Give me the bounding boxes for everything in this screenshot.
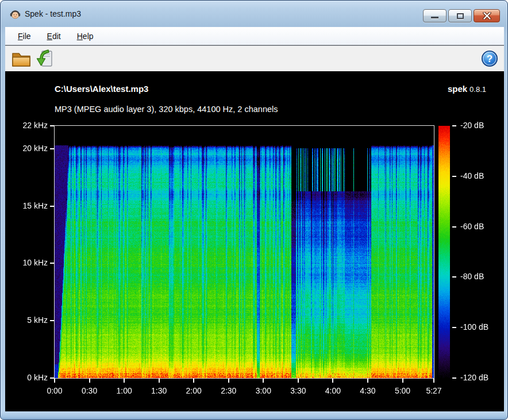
y-axis-tick	[50, 377, 54, 379]
x-axis-tick	[263, 379, 264, 383]
colorbar-label: -40 dB	[460, 171, 506, 180]
x-axis-tick	[367, 379, 368, 383]
colorbar-tick	[452, 125, 456, 126]
minimize-icon	[431, 17, 438, 18]
menu-help[interactable]: Help	[72, 29, 98, 43]
colorbar-tick	[452, 226, 456, 228]
x-axis-label: 3:30	[284, 386, 313, 395]
spectrogram-panel: C:\Users\Alex\test.mp3 spek0.8.1 MP3 (MP…	[5, 71, 504, 411]
help-button[interactable]: ?	[480, 49, 499, 68]
window-title: Spek - test.mp3	[25, 9, 81, 18]
menu-edit[interactable]: Edit	[43, 29, 66, 43]
x-axis-label: 3:00	[249, 386, 278, 395]
x-axis-label: 4:00	[318, 386, 347, 395]
x-axis-label: 0:00	[40, 386, 69, 395]
x-axis-label: 1:00	[110, 386, 138, 395]
colorbar-label: -60 dB	[460, 222, 506, 231]
maximize-button[interactable]	[448, 9, 472, 22]
save-icon	[34, 49, 54, 68]
colorbar-tick	[452, 377, 456, 379]
x-axis-label: 2:30	[214, 386, 243, 395]
x-axis-tick	[193, 379, 194, 383]
minimize-button[interactable]	[423, 9, 447, 22]
close-button[interactable]	[474, 9, 500, 22]
colorbar-label: -120 dB	[460, 373, 506, 382]
x-axis-tick	[332, 379, 333, 383]
y-axis-label: 22 kHz	[13, 121, 48, 130]
x-axis-label: 1:30	[145, 386, 174, 395]
y-axis-tick	[50, 263, 54, 264]
window-controls	[423, 9, 500, 22]
y-axis-tick	[50, 148, 54, 149]
y-axis-label: 10 kHz	[13, 258, 48, 267]
colorbar-label: -100 dB	[460, 322, 506, 332]
menu-bar: File Edit Help	[5, 27, 504, 45]
colorbar-label: -80 dB	[460, 272, 506, 281]
x-axis-tick	[228, 379, 229, 383]
colorbar-tick	[452, 176, 456, 177]
x-axis-label: 4:30	[353, 386, 382, 395]
svg-text:?: ?	[487, 53, 492, 64]
x-axis-tick	[402, 379, 403, 383]
x-axis-label: 2:00	[179, 386, 208, 395]
colorbar-label: -20 dB	[460, 121, 506, 130]
colorbar-tick	[452, 276, 456, 278]
x-axis-label: 5:27	[420, 386, 448, 395]
x-axis-tick	[89, 379, 90, 383]
colorbar-tick	[452, 327, 456, 328]
y-axis-label: 0 kHz	[13, 373, 48, 382]
x-axis-tick	[159, 379, 160, 383]
toolbar: ?	[5, 45, 504, 71]
close-icon	[483, 12, 491, 20]
x-axis-tick	[298, 379, 299, 383]
app-icon	[10, 9, 21, 20]
x-axis-label: 5:00	[388, 386, 417, 395]
menu-file[interactable]: File	[13, 29, 36, 43]
maximize-icon	[457, 13, 464, 19]
x-axis-tick	[54, 379, 55, 383]
x-axis-tick	[433, 379, 434, 383]
y-axis-tick	[50, 125, 54, 126]
y-axis-label: 5 kHz	[13, 315, 48, 325]
axes: 22 kHz20 kHz15 kHz10 kHz5 kHz0 kHz0:000:…	[5, 71, 504, 411]
y-axis-label: 15 kHz	[13, 201, 48, 210]
x-axis-label: 0:30	[75, 386, 104, 395]
open-file-button[interactable]	[10, 47, 33, 70]
help-icon: ?	[481, 50, 498, 67]
y-axis-tick	[50, 206, 54, 207]
y-axis-tick	[50, 320, 54, 321]
save-button[interactable]	[33, 47, 56, 70]
y-axis-label: 20 kHz	[13, 144, 48, 153]
app-window: Spek - test.mp3 File Edit Help	[0, 0, 508, 420]
x-axis-tick	[124, 379, 125, 383]
title-bar[interactable]: Spek - test.mp3	[1, 1, 507, 27]
folder-open-icon	[11, 50, 32, 68]
